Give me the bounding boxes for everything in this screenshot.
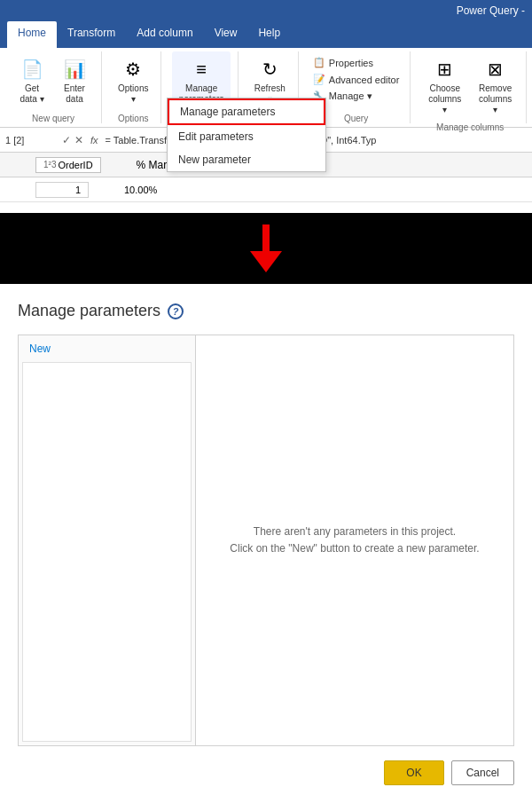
tab-view[interactable]: View <box>204 21 248 48</box>
tab-add-column[interactable]: Add column <box>126 21 203 48</box>
manage-parameters-menu-item[interactable]: Manage parameters <box>168 98 325 125</box>
new-query-label: New query <box>32 110 74 123</box>
margin-value: 10.00% <box>124 185 157 195</box>
advanced-editor-icon: 📝 <box>313 74 325 85</box>
arrow-head <box>250 251 282 272</box>
cancel-formula-icon[interactable]: ✕ <box>74 134 83 146</box>
column-type-icon: 1²3 <box>43 160 56 169</box>
dialog-body: New There aren't any parameters in this … <box>18 335 514 746</box>
get-data-label: Getdata ▾ <box>20 83 43 105</box>
sheet-data-row: 1 10.00% <box>0 177 532 202</box>
param-list-panel: New <box>19 335 196 745</box>
dialog-title-row: Manage parameters ? <box>18 302 514 320</box>
ok-button[interactable]: OK <box>384 760 443 785</box>
tab-transform[interactable]: Transform <box>57 21 126 48</box>
title-bar: Power Query - <box>0 0 532 21</box>
manage-parameters-icon: ≡ <box>187 55 215 83</box>
properties-icon: 📋 <box>313 57 325 68</box>
ribbon-group-new-query: 📄 Getdata ▾ 📊 Enterdata New query <box>5 51 102 123</box>
advanced-editor-button[interactable]: 📝 Advanced editor <box>309 72 403 87</box>
dialog-area: Manage parameters ? New There aren't any… <box>0 284 532 803</box>
enter-data-icon: 📊 <box>60 55 89 83</box>
choose-columns-icon: ⊞ <box>431 55 459 83</box>
app-title: Power Query - <box>457 4 525 17</box>
param-list-header: New <box>19 335 195 362</box>
manage-label: Manage ▾ <box>329 91 372 102</box>
fx-label: fx <box>90 135 98 146</box>
advanced-editor-label: Advanced editor <box>329 75 400 85</box>
properties-label: Properties <box>329 58 373 68</box>
help-icon[interactable]: ? <box>168 303 184 319</box>
red-arrow <box>250 224 282 272</box>
tab-home[interactable]: Home <box>7 21 57 48</box>
new-parameter-menu-item[interactable]: New parameter <box>168 148 325 171</box>
properties-button[interactable]: 📋 Properties <box>309 55 403 70</box>
enter-data-button[interactable]: 📊 Enterdata <box>55 51 94 108</box>
options-label: Options▾ <box>118 83 148 105</box>
cell-value: 1 <box>75 185 81 195</box>
refresh-icon: ↻ <box>255 55 284 83</box>
options-group-label: Options <box>118 110 148 123</box>
remove-columns-icon: ⊠ <box>481 55 510 83</box>
dialog-title: Manage parameters <box>18 302 160 320</box>
tab-help[interactable]: Help <box>247 21 291 48</box>
choose-columns-label: Choosecolumns ▾ <box>426 83 463 115</box>
empty-message-1: There aren't any parameters in this proj… <box>254 524 456 540</box>
arrow-shaft <box>262 224 270 251</box>
ribbon: 📄 Getdata ▾ 📊 Enterdata New query ⚙ Opti… <box>0 48 532 128</box>
name-box[interactable]: 1 [2] <box>5 135 59 146</box>
column-name: OrderID <box>58 160 92 170</box>
query-group-label: Query <box>344 110 368 123</box>
manage-columns-label: Manage columns <box>436 119 504 132</box>
ribbon-group-options: ⚙ Options▾ Options <box>106 51 161 123</box>
param-detail-panel: There aren't any parameters in this proj… <box>196 335 513 745</box>
check-icon[interactable]: ✓ <box>62 134 71 146</box>
options-button[interactable]: ⚙ Options▾ <box>113 51 153 108</box>
empty-message-2: Click on the "New" button to create a ne… <box>230 540 479 557</box>
tab-bar: Home Transform Add column View Help <box>0 21 532 48</box>
dialog-footer: OK Cancel <box>18 746 514 785</box>
arrow-area <box>0 213 532 284</box>
get-data-icon: 📄 <box>18 55 46 83</box>
new-parameter-link[interactable]: New <box>29 342 51 355</box>
manage-parameters-dropdown: Manage parameters Edit parameters New pa… <box>167 98 326 172</box>
ribbon-group-manage-columns: ⊞ Choosecolumns ▾ ⊠ Removecolumns ▾ Mana… <box>414 51 527 123</box>
get-data-button[interactable]: 📄 Getdata ▾ <box>12 51 51 108</box>
choose-columns-button[interactable]: ⊞ Choosecolumns ▾ <box>421 51 468 119</box>
edit-parameters-menu-item[interactable]: Edit parameters <box>168 125 325 148</box>
cancel-button[interactable]: Cancel <box>451 760 514 785</box>
remove-columns-button[interactable]: ⊠ Removecolumns ▾ <box>472 51 519 119</box>
enter-data-label: Enterdata <box>64 83 85 105</box>
options-icon: ⚙ <box>119 55 147 83</box>
param-list-body <box>22 362 192 742</box>
remove-columns-label: Removecolumns ▾ <box>477 83 513 115</box>
